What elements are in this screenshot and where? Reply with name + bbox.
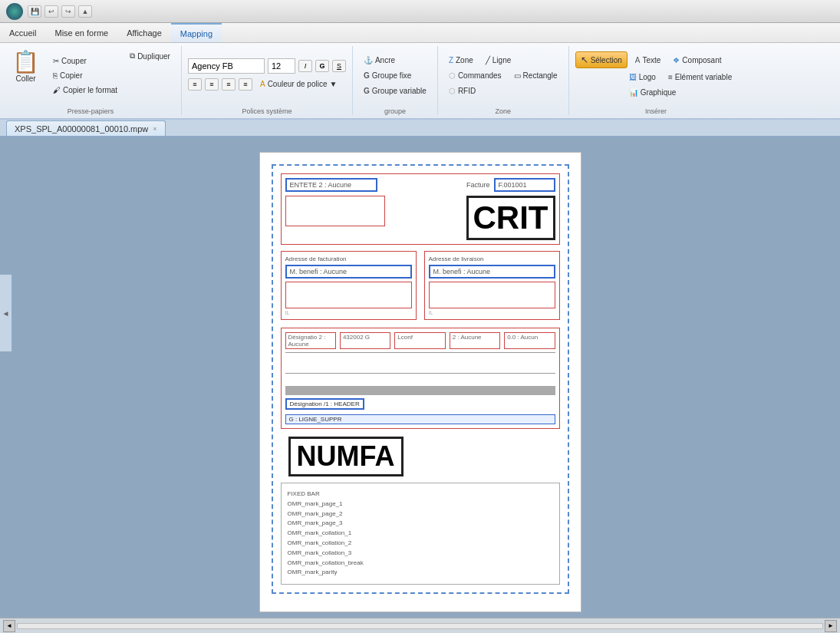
item-field-3: 2 : Aucune [450,332,500,349]
ribbon-group-polices: Agency FB 12 I G S ≡ ≡ ≡ ≡ A Couleur de … [182,46,353,115]
composant-button[interactable]: ❖ Composant [668,51,726,68]
al-field: M. benefi : Aucune [429,265,555,279]
menu-accueil[interactable]: Accueil [0,23,45,42]
groupe-variable-button[interactable]: G Groupe variable [359,84,431,97]
font-row: Agency FB 12 I G S [188,58,346,74]
color-icon: A [260,80,265,88]
numfa-section: NUMFA [281,437,560,476]
copier-format-button[interactable]: 🖌 Copier le format [48,84,122,97]
ribbon-group-zone: Z Zone ╱ Ligne ⬡ Commandes ▭ Rectangle [438,46,569,115]
item-field-2: Lconf [394,332,445,349]
texte-button[interactable]: A Texte [631,51,666,68]
tab-close-button[interactable]: × [153,125,156,133]
rectangle-button[interactable]: ▭ Rectangle [509,69,562,82]
document-tab[interactable]: XPS_SPL_A00000081_00010.mpw × [6,120,166,136]
groupe-label: groupe [384,104,406,115]
omr-item-1: OMR_mark_page_1 [288,499,553,509]
address-facturation-box: Adresse de facturation M. benefi : Aucun… [281,251,417,320]
font-size-select[interactable]: 12 [268,58,295,74]
groupe-fixe-icon: G [364,71,370,80]
rfid-icon: ⬡ [449,87,456,95]
inserer-label: Insérer [645,104,667,115]
zone-icon: Z [449,56,453,64]
scroll-track[interactable] [17,623,823,629]
scissors-icon: ✂ [53,57,59,65]
align-justify-button[interactable]: ≡ [239,78,252,91]
format-brush-icon: 🖌 [53,86,61,94]
bold-button[interactable]: I [298,60,312,72]
selection-button[interactable]: ↖ Sélection [575,51,628,68]
omr-item-6: OMR_mark_collation_3 [288,549,553,559]
ribbon-group-presse-papiers: 📋 Coller ✂ Couper ⎘ Copier 🖌 Copier le f… [0,46,182,115]
undo-icon[interactable]: ↩ [44,5,58,18]
content-area: ENTETE 2 : Aucune Facture F.001001 CRIT [0,137,840,618]
line-divider-2 [285,373,555,374]
gray-bar [285,386,555,395]
redo-icon[interactable]: ↪ [61,5,75,18]
font-name-select[interactable]: Agency FB [188,58,265,74]
copier-button[interactable]: ⎘ Copier [48,69,122,82]
omr-item-0: FIXED BAR [288,490,553,499]
ligne-supp: G : LIGNE_SUPPR [285,414,555,424]
anchor-icon: ⚓ [364,56,373,64]
address-section: Adresse de facturation M. benefi : Aucun… [281,251,560,320]
omr-item-5: OMR_mark_collation_2 [288,539,553,549]
expand-icon[interactable]: ▲ [78,5,92,18]
presse-papiers-label: Presse-papiers [68,104,114,115]
italic-button[interactable]: G [315,60,329,72]
entete-field: ENTETE 2 : Aucune [285,178,377,192]
omr-item-3: OMR_mark_page_3 [288,519,553,529]
underline-button[interactable]: S [332,60,346,72]
items-header-row: Désignatio 2 : Aucune 432002 G Lconf 2 :… [285,332,555,349]
graphique-button[interactable]: 📊 Graphique [624,86,681,99]
commandes-button[interactable]: ⬡ Commandes [444,69,506,82]
facture-label: Facture [466,181,490,189]
ancre-button[interactable]: ⚓ Ancre [359,54,431,67]
align-center-button[interactable]: ≡ [205,78,219,91]
save-icon[interactable]: 💾 [28,5,41,18]
dupliquer-button[interactable]: ⧉ Dupliquer [125,49,175,63]
item-field-4: 0.0 : Aucun [504,332,555,349]
coller-button[interactable]: 📋 Coller [6,46,45,104]
selection-icon: ↖ [581,54,588,65]
logo-button[interactable]: 🖼 Logo [624,71,660,84]
graphique-icon: 📊 [629,88,638,97]
designation-header: Désignation /1 : HEADER [285,398,364,410]
groupe-variable-icon: G [364,87,370,95]
scroll-right-button[interactable]: ► [825,620,837,632]
couper-button[interactable]: ✂ Couper [48,54,122,68]
menu-mapping[interactable]: Mapping [171,23,222,42]
item-field-1: 432002 G [340,332,390,349]
ligne-button[interactable]: ╱ Ligne [481,54,516,67]
rectangle-icon: ▭ [514,71,521,80]
element-variable-button[interactable]: ≡ Elément variable [664,71,736,84]
omr-item-7: OMR_mark_collation_break [288,559,553,569]
document-canvas: ENTETE 2 : Aucune Facture F.001001 CRIT [259,152,581,612]
title-bar: 💾 ↩ ↪ ▲ [0,0,840,23]
polices-label: Polices système [242,104,292,115]
af-field: M. benefi : Aucune [285,265,412,279]
facture-value: F.001001 [494,178,555,192]
address-livraison-label: Adresse de livraison [429,256,555,262]
menu-mise-en-forme[interactable]: Mise en forme [45,23,117,42]
rfid-button[interactable]: ⬡ RFID [444,84,480,97]
omr-item-4: OMR_mark_collation_1 [288,529,553,539]
ribbon-group-inserer: ↖ Sélection A Texte ❖ Composant 🖼 Logo [569,46,743,115]
scroll-left-button[interactable]: ◄ [3,620,15,632]
omr-section: FIXED BAR OMR_mark_page_1 OMR_mark_page_… [281,483,560,585]
ribbon-group-groupe: ⚓ Ancre G Groupe fixe G Groupe variable … [353,46,438,115]
menu-affichage[interactable]: Affichage [117,23,171,42]
address-livraison-box: Adresse de livraison M. benefi : Aucune … [424,251,560,320]
groupe-fixe-button[interactable]: G Groupe fixe [359,69,431,82]
color-button[interactable]: A Couleur de police ▼ [255,77,341,91]
address-facturation-label: Adresse de facturation [285,256,412,262]
ligne-icon: ╱ [486,56,490,64]
align-left-button[interactable]: ≡ [188,78,202,91]
tab-filename: XPS_SPL_A00000081_00010.mpw [15,124,148,134]
left-panel-arrow[interactable]: ◄ [0,275,12,351]
align-right-button[interactable]: ≡ [222,78,236,91]
tab-bar: XPS_SPL_A00000081_00010.mpw × [0,120,840,137]
bottom-scrollbar: ◄ ► [0,618,840,633]
zone-button[interactable]: Z Zone [444,54,478,67]
ribbon: 📋 Coller ✂ Couper ⎘ Copier 🖌 Copier le f… [0,43,840,120]
